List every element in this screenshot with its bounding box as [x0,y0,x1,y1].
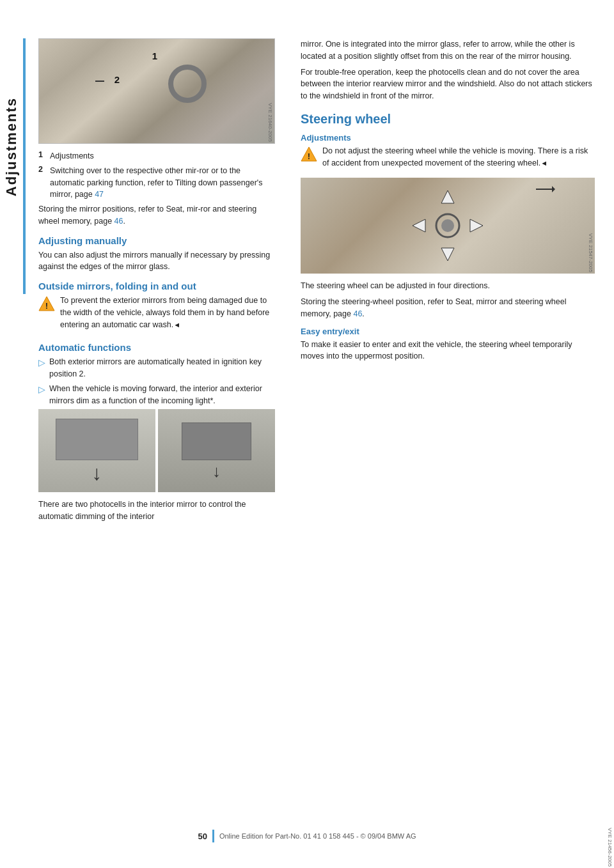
svg-marker-4 [441,190,454,203]
item-number-2: 2 [38,165,50,201]
steering-image-watermark: VYE 21547-2005 [588,233,594,272]
link-page-47[interactable]: 47 [95,190,104,199]
svg-text:!: ! [308,151,310,161]
link-page-46-steering[interactable]: 46 [353,309,362,318]
image-watermark: VYE 21640-2005 [267,103,273,142]
steering-directions-text: The steering wheel can be adjusted in fo… [301,280,595,292]
right-body-intro: mirror. One is integrated into the mirro… [301,38,595,63]
adjusting-manually-body: You can also adjust the mirrors manually… [38,249,275,274]
bullet-item-2: ▷ When the vehicle is moving forward, th… [38,383,275,407]
svg-marker-6 [413,219,425,232]
link-page-46-mirror[interactable]: 46 [114,217,123,226]
bullet-arrow-icon-2: ▷ [38,383,45,396]
content-area: 1 2 VYE 21640-2005 1 Adjustments 2 Switc… [32,0,614,868]
steering-warning-triangle-icon: ! [301,146,317,164]
mirror-fold-image-right: ↓ [158,409,275,492]
mirror-fold-images: ↓ ↓ VYE 21456-2005 [38,409,275,492]
item-text-1: Adjustments [50,150,94,162]
svg-marker-5 [441,248,454,261]
extra-arrow-svg [536,183,555,196]
photocell-text: There are two photocells in the interior… [38,499,275,523]
adjusting-manually-heading: Adjusting manually [38,235,275,246]
outside-mirrors-warning-box: ! To prevent the exterior mirrors from b… [38,295,275,334]
mirror-fold-image-left: ↓ [38,409,155,492]
bullet-text-1: Both exterior mirrors are automatically … [49,356,275,380]
storing-mirror-text: Storing the mirror positions, refer to S… [38,203,275,228]
easy-entry-body: To make it easier to enter and exit the … [301,339,595,363]
outside-mirrors-heading: Outside mirrors, folding in and out [38,281,275,291]
warning-triangle-icon: ! [38,296,55,313]
svg-marker-7 [470,219,483,232]
warning-icon-svg: ! [38,296,55,311]
svg-marker-11 [552,186,555,192]
page-footer: 50 Online Edition for Part-No. 01 41 0 1… [0,830,614,842]
numbered-item-2: 2 Switching over to the respective other… [38,165,275,201]
easy-entry-subheading: Easy entry/exit [301,327,595,336]
blue-vertical-bar [23,38,26,294]
steering-warning-text: Do not adjust the steering wheel while t… [322,145,595,169]
footer-text: Online Edition for Part-No. 01 41 0 158 … [219,832,416,840]
left-column: 1 2 VYE 21640-2005 1 Adjustments 2 Switc… [32,38,288,868]
automatic-functions-heading: Automatic functions [38,342,275,353]
item-number-1: 1 [38,150,50,162]
steering-warning-icon-svg: ! [301,146,317,162]
bullet-text-2: When the vehicle is moving forward, the … [49,383,275,407]
bullet-arrow-icon-1: ▷ [38,356,45,369]
item-text-2: Switching over to the respective other m… [50,165,275,201]
sidebar-text: Adjustments [3,97,20,196]
sidebar-label: Adjustments [0,51,23,243]
page-number: 50 [198,832,207,841]
numbered-item-1: 1 Adjustments [38,150,275,162]
outside-mirrors-warning-text: To prevent the exterior mirrors from bei… [60,295,275,330]
svg-text:!: ! [45,301,48,311]
steering-wheel-heading: Steering wheel [301,112,595,127]
right-column: mirror. One is integrated into the mirro… [288,38,614,868]
steering-adjustments-subheading: Adjustments [301,133,595,143]
bullet-item-1: ▷ Both exterior mirrors are automaticall… [38,356,275,380]
car-interior-image: 1 2 VYE 21640-2005 [38,38,275,144]
steering-warning-box: ! Do not adjust the steering wheel while… [301,145,595,173]
svg-point-9 [441,219,454,232]
steering-storing-text: Storing the steering-wheel position, ref… [301,296,595,320]
footer-blue-bar [212,830,214,842]
page-container: Adjustments 1 2 VYE 21640-2005 [0,0,614,868]
right-body-trouble: For trouble-free operation, keep the pho… [301,66,595,102]
steering-wheel-image: VYE 21547-2005 [301,178,595,274]
adjustment-arrows-svg [409,187,486,264]
